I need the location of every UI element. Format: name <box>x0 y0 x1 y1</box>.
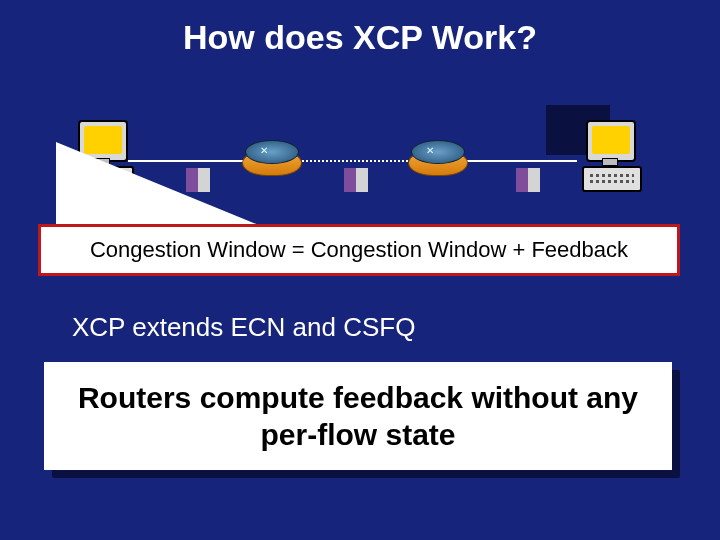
router-2-icon: ✕ <box>408 140 466 180</box>
extends-text: XCP extends ECN and CSFQ <box>72 312 415 343</box>
statement-box: Routers compute feedback without any per… <box>44 362 672 470</box>
formula-box: Congestion Window = Congestion Window + … <box>38 224 680 276</box>
slide-title: How does XCP Work? <box>0 18 720 57</box>
formula-text: Congestion Window = Congestion Window + … <box>90 237 628 263</box>
slide: How does XCP Work? ✕ ✕ Congesti <box>0 0 720 540</box>
host-receiver-icon <box>580 120 644 192</box>
packet-marker-2 <box>344 168 368 192</box>
callout-wedge <box>56 142 266 228</box>
statement-text: Routers compute feedback without any per… <box>44 379 672 454</box>
link-2-dotted <box>298 160 408 162</box>
packet-marker-3 <box>516 168 540 192</box>
link-3 <box>463 160 577 162</box>
